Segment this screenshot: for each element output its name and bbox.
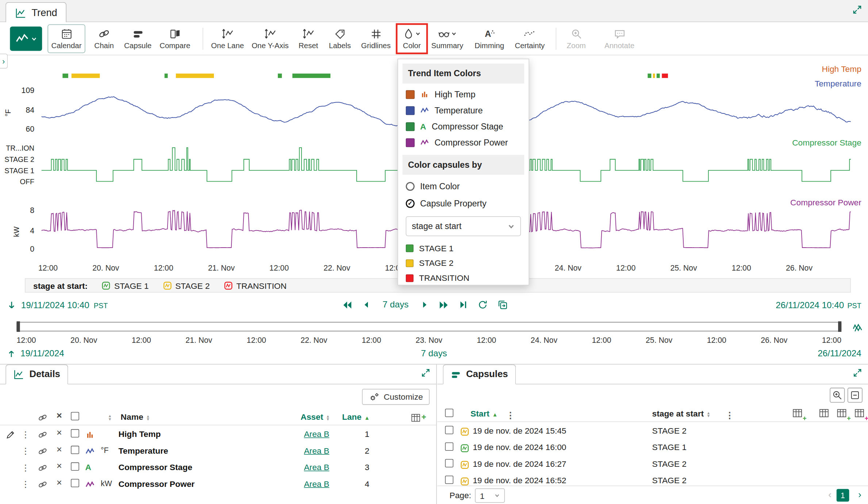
column-stage-at-start[interactable]: stage at start▲▼ [652,409,711,418]
edit-icon[interactable] [5,429,15,440]
capsule-button[interactable]: Capsule [122,24,154,53]
step-back-button[interactable] [362,301,371,309]
row-menu-icon[interactable]: ⋮ [21,446,30,456]
step-to-end-button[interactable] [458,300,468,310]
radio-selected-icon[interactable]: ✓ [406,199,415,208]
row-checkbox[interactable] [71,429,79,438]
next-page-button[interactable]: › [858,489,861,500]
expand-panel-chevron[interactable]: › [0,54,8,69]
details-row-temperature[interactable]: ⋮ × °F Temperature Area B 2 [0,443,436,460]
scrubber-left-handle[interactable] [16,321,20,332]
row-checkbox[interactable] [445,459,453,468]
fullscreen-icon[interactable] [852,4,863,15]
step-forward-fast-button[interactable] [438,299,449,310]
time-range-scrubber[interactable] [16,322,841,332]
summary-button[interactable]: Summary [430,24,465,53]
row-checkbox[interactable] [445,476,453,484]
color-swatch[interactable] [406,106,415,115]
color-item-compressor-stage[interactable]: A Compressor Stage [403,119,525,135]
asset-link[interactable]: Area B [299,429,334,439]
scrubber-right-handle[interactable] [838,321,841,332]
radio-unselected-icon[interactable] [406,182,415,190]
asset-link[interactable]: Area B [299,479,334,488]
step-back-fast-button[interactable] [342,299,353,310]
one-lane-button[interactable]: One Lane [209,24,246,53]
row-checkbox[interactable] [445,442,453,451]
color-button[interactable]: Color [398,24,426,53]
color-item-temperature[interactable]: Temperature [403,102,525,119]
asset-link[interactable]: Area B [299,462,334,472]
row-menu-icon[interactable]: ⋮ [21,479,30,489]
color-swatch[interactable] [406,90,415,98]
column-asset[interactable]: Asset▲▼ [301,412,330,422]
chain-icon[interactable] [38,479,47,489]
collapse-button[interactable] [848,388,863,403]
one-y-axis-button[interactable]: One Y-Axis [249,24,291,53]
remove-icon[interactable]: × [57,462,62,470]
duplicate-range-button[interactable] [497,299,508,310]
compare-button[interactable]: Compare [157,24,193,53]
details-row-high-temp[interactable]: ⋮ × High Temp Area B 1 [0,426,436,443]
chain-button[interactable]: Chain [90,24,119,53]
labels-button[interactable]: Labels [326,24,354,53]
remove-icon[interactable]: × [57,479,62,486]
zoom-to-capsule-button[interactable] [830,388,845,403]
capsule-row[interactable]: 19 de nov. de 2024 15:45 STAGE 2 [437,423,868,439]
investigate-start[interactable]: 19/11/2024 [7,348,64,358]
details-row-compressor-stage[interactable]: ⋮ × A Compressor Stage Area B 3 [0,460,436,476]
capsule-property-select[interactable]: stage at start [406,216,521,236]
column-name[interactable]: Name▲▼ [121,412,150,422]
row-checkbox[interactable] [445,426,453,434]
remove-icon[interactable]: × [57,446,62,453]
row-checkbox[interactable] [71,446,79,454]
capsules-expand-icon[interactable] [853,368,863,378]
chain-icon[interactable] [38,429,47,440]
row-menu-icon[interactable]: ⋮ [21,429,30,440]
dimming-button[interactable]: Dimming [472,24,507,53]
step-forward-button[interactable] [420,301,429,309]
chain-icon[interactable] [38,446,47,456]
row-menu-icon[interactable]: ⋮ [21,462,30,473]
details-panel-tab[interactable]: Details [5,364,68,384]
add-property-column-icon[interactable]: + [854,408,867,420]
details-expand-icon[interactable] [421,368,431,378]
color-item-high-temp[interactable]: High Temp [403,86,525,102]
column-menu-icon[interactable]: ⋮ [725,410,734,420]
chain-icon[interactable] [38,462,47,473]
unchain-column-icon[interactable] [38,412,47,423]
range-start[interactable]: 19/11/2024 10:40 PST [7,301,108,310]
certainty-button[interactable]: Certainty [511,24,548,53]
table-icon[interactable] [818,408,831,420]
row-checkbox[interactable] [71,479,79,487]
capsule-row[interactable]: 19 de nov. de 2024 16:00 STAGE 1 [437,440,868,456]
add-stat-column-icon[interactable]: + [836,408,849,420]
investigate-duration[interactable]: 7 days [421,348,447,358]
color-item-compressor-power[interactable]: Compressor Power [403,135,525,151]
remove-column-icon[interactable]: × [57,412,62,420]
current-page[interactable]: 1 [837,489,849,502]
refresh-button[interactable] [478,300,488,310]
page-select[interactable]: 1 [475,488,505,503]
calendar-button[interactable]: Calendar [47,24,85,53]
select-all-checkbox[interactable] [445,409,453,417]
gridlines-button[interactable]: Gridlines [358,24,394,53]
remove-icon[interactable]: × [57,429,62,437]
investigate-end[interactable]: 26/11/2024 [818,348,861,358]
sort-icon[interactable]: ▲▼ [108,414,112,420]
range-duration[interactable]: 7 days [383,300,408,310]
color-swatch[interactable] [406,138,415,147]
select-all-checkbox[interactable] [71,412,79,420]
reset-button[interactable]: Reset [295,24,322,53]
range-end[interactable]: 26/11/2024 10:40 PST [776,301,861,310]
asset-link[interactable]: Area B [299,446,334,455]
capsules-panel-tab[interactable]: Capsules [443,364,516,384]
tab-trend[interactable]: Trend [5,2,66,23]
add-column-icon[interactable]: + [792,408,805,420]
customize-button[interactable]: Customize [362,389,430,405]
radio-item-color[interactable]: Item Color [403,178,525,195]
prev-page-button[interactable]: ‹ [828,489,831,500]
column-lane[interactable]: Lane▲ [342,412,370,422]
trend-view-picker-button[interactable] [10,27,42,51]
radio-capsule-property[interactable]: ✓ Capsule Property [403,195,525,212]
column-start[interactable]: Start▲ [471,409,498,418]
